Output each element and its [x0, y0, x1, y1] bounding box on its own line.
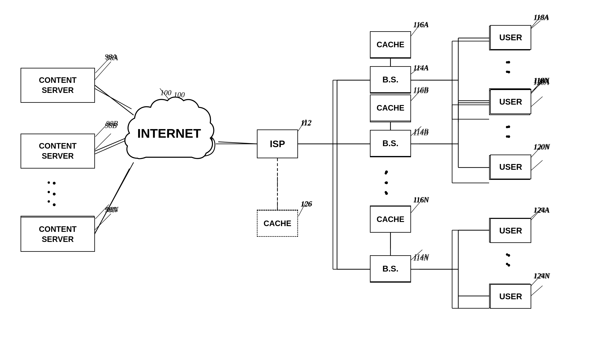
bs-114b-node: B.S.: [370, 130, 411, 157]
user-118a-node: USER: [490, 25, 531, 50]
label-126: 126: [300, 200, 312, 208]
dots-users-a: ••: [507, 57, 511, 77]
diagram: INTERNET 100 CONTENTSERVER 98A CONTENTSE…: [0, 0, 597, 364]
label-120n: 120N: [534, 142, 550, 151]
dots-content-servers: •••: [52, 178, 56, 210]
svg-line-26: [94, 134, 111, 150]
label-114b: 114B: [414, 127, 428, 136]
label-116a: 116A: [414, 20, 428, 29]
content-server-a-box: CONTENTSERVER: [21, 68, 95, 103]
cache-116a-node: CACHE: [370, 31, 411, 58]
bs-114n-node: B.S.: [370, 255, 411, 282]
dots-users-b: ••: [507, 122, 511, 142]
svg-line-2: [94, 168, 129, 234]
cache-116b-node: CACHE: [370, 95, 411, 121]
label-98n: 98N: [106, 205, 118, 214]
dots-users-n: ••: [507, 250, 511, 270]
label-120a: 120A: [534, 77, 550, 86]
dots-servers: •••: [47, 178, 50, 206]
user-124a-node: USER: [490, 218, 531, 243]
isp-node: ISP: [257, 129, 298, 158]
label-114a: 114A: [414, 63, 428, 72]
label-100: 100: [174, 90, 185, 99]
svg-line-25: [94, 62, 111, 80]
cloud-internet: INTERNET: [118, 95, 221, 177]
user-124n-node: USER: [490, 284, 531, 309]
label-116b: 116B: [414, 85, 428, 94]
user-120a-node: USER: [490, 89, 531, 114]
content-server-b-box: CONTENTSERVER: [21, 134, 95, 168]
label-118a: 118A: [534, 13, 549, 21]
label-124a: 124A: [534, 206, 550, 214]
label-98a: 98A: [106, 54, 118, 62]
bs-114a-node: B.S.: [370, 66, 411, 93]
label-116n: 116N: [414, 196, 429, 204]
user-120n-node: USER: [490, 155, 531, 179]
dots-bs-groups: •••: [385, 166, 388, 199]
connection-lines: [0, 0, 597, 364]
label-98b: 98B: [106, 119, 118, 128]
label-124n: 124N: [534, 272, 550, 280]
cache-isp-node: CACHE: [257, 210, 298, 237]
svg-line-27: [94, 214, 111, 230]
svg-text:INTERNET: INTERNET: [137, 126, 201, 140]
label-114n: 114N: [414, 252, 429, 261]
content-server-n-box: CONTENTSERVER: [21, 217, 95, 252]
cache-116n-node: CACHE: [370, 206, 411, 233]
label-112: 112: [300, 119, 311, 127]
